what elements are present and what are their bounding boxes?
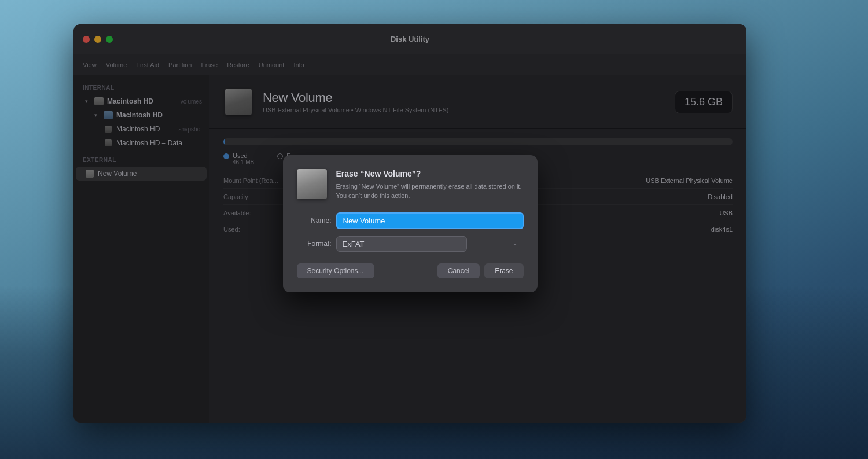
security-options-button[interactable]: Security Options... [297, 263, 374, 278]
format-label: Format: [297, 240, 332, 248]
dialog-message: Erasing “New Volume” will permanently er… [336, 182, 524, 201]
dialog-form: Name: Format: ExFAT Mac OS Extended (Jou… [297, 212, 524, 252]
dialog-header-text: Erase “New Volume”? Erasing “New Volume”… [336, 169, 524, 201]
dialog-right-buttons: Cancel Erase [437, 263, 524, 278]
erase-button[interactable]: Erase [484, 263, 523, 278]
name-label: Name: [297, 216, 332, 225]
form-row-name: Name: [297, 212, 524, 229]
format-select-wrapper: ExFAT Mac OS Extended (Journaled) Mac OS… [336, 236, 524, 252]
dialog-drive-icon [297, 169, 327, 199]
dialog-title: Erase “New Volume”? [336, 169, 524, 178]
name-input[interactable] [336, 212, 524, 229]
disk-utility-window: Disk Utility View Volume First Aid Parti… [73, 24, 746, 423]
dialog-header: Erase “New Volume”? Erasing “New Volume”… [297, 169, 524, 201]
dialog-overlay: Erase “New Volume”? Erasing “New Volume”… [73, 24, 746, 423]
cancel-button[interactable]: Cancel [437, 263, 480, 278]
erase-dialog: Erase “New Volume”? Erasing “New Volume”… [283, 155, 538, 292]
form-row-format: Format: ExFAT Mac OS Extended (Journaled… [297, 236, 524, 252]
format-select[interactable]: ExFAT Mac OS Extended (Journaled) Mac OS… [336, 236, 467, 252]
dialog-buttons: Security Options... Cancel Erase [297, 263, 524, 278]
